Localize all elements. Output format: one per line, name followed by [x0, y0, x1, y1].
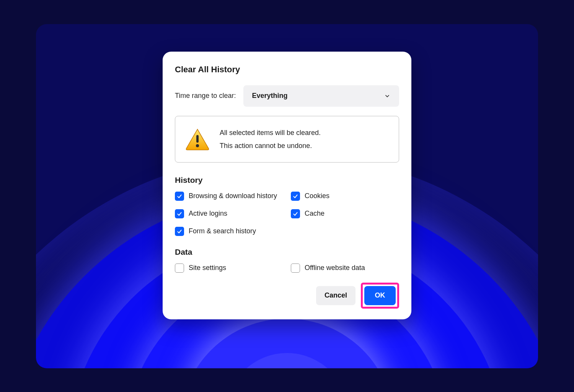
- checkbox-form-search-history[interactable]: Form & search history: [175, 227, 283, 236]
- warning-text: All selected items will be cleared. This…: [220, 126, 321, 152]
- time-range-value: Everything: [252, 92, 287, 100]
- checkbox-empty-icon: [175, 264, 184, 273]
- cancel-button[interactable]: Cancel: [316, 286, 355, 305]
- checkbox-label: Form & search history: [189, 227, 256, 235]
- checkbox-active-logins[interactable]: Active logins: [175, 209, 283, 218]
- time-range-row: Time range to clear: Everything: [175, 85, 399, 107]
- time-range-select[interactable]: Everything: [243, 85, 399, 107]
- history-options-grid: Browsing & download history Cookies Acti…: [175, 192, 399, 236]
- chevron-down-icon: [384, 93, 391, 99]
- warning-box: All selected items will be cleared. This…: [175, 116, 399, 163]
- warning-line-2: This action cannot be undone.: [220, 139, 321, 152]
- checkbox-offline-website-data[interactable]: Offline website data: [291, 264, 399, 273]
- time-range-label: Time range to clear:: [175, 92, 236, 100]
- instruction-highlight: OK: [361, 283, 399, 309]
- checkbox-label: Offline website data: [305, 264, 365, 272]
- warning-icon: [185, 128, 210, 150]
- checkmark-icon: [175, 192, 184, 201]
- checkbox-label: Browsing & download history: [189, 192, 277, 200]
- checkbox-cache[interactable]: Cache: [291, 209, 399, 218]
- ok-button[interactable]: OK: [364, 286, 396, 305]
- checkbox-browsing-download-history[interactable]: Browsing & download history: [175, 192, 283, 201]
- checkbox-empty-icon: [291, 264, 300, 273]
- section-heading-history: History: [175, 176, 399, 185]
- checkmark-icon: [291, 209, 300, 218]
- dialog-title: Clear All History: [175, 65, 399, 75]
- checkmark-icon: [175, 227, 184, 236]
- checkbox-label: Cache: [305, 210, 325, 218]
- section-heading-data: Data: [175, 247, 399, 257]
- checkbox-label: Cookies: [305, 192, 329, 200]
- clear-history-dialog: Clear All History Time range to clear: E…: [163, 52, 411, 319]
- data-options-grid: Site settings Offline website data: [175, 264, 399, 273]
- checkmark-icon: [175, 209, 184, 218]
- checkbox-site-settings[interactable]: Site settings: [175, 264, 283, 273]
- svg-rect-0: [196, 135, 199, 143]
- warning-line-1: All selected items will be cleared.: [220, 126, 321, 139]
- checkbox-label: Active logins: [189, 210, 227, 218]
- checkbox-label: Site settings: [189, 264, 226, 272]
- background-stage: Clear All History Time range to clear: E…: [36, 24, 538, 368]
- dialog-actions: Cancel OK: [175, 283, 399, 309]
- svg-point-1: [196, 144, 199, 147]
- checkmark-icon: [291, 192, 300, 201]
- checkbox-cookies[interactable]: Cookies: [291, 192, 399, 201]
